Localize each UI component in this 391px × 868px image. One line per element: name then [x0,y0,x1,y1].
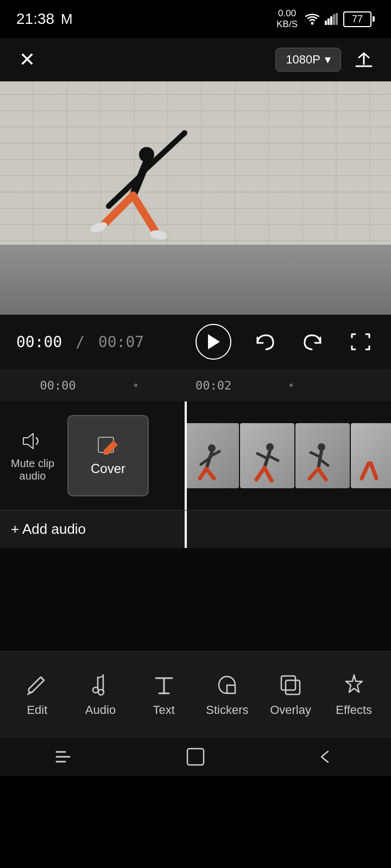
clips-strip: + [185,423,391,488]
nav-item-text[interactable]: Text [132,673,195,717]
battery-indicator: 77 [343,11,375,27]
time-display-group: 00:00 / 00:07 [16,333,144,351]
cover-label: Cover [91,461,125,476]
play-icon [206,333,221,350]
timeline-dot-2 [289,384,293,387]
svg-point-15 [98,690,104,695]
nav-item-overlay[interactable]: Overlay [259,673,323,717]
network-speed: 0.00 KB/S [276,8,298,30]
bottom-nav: Edit Audio Text Stickers Overlay [0,651,391,738]
svg-rect-21 [187,749,204,765]
cover-button[interactable]: Cover [67,415,149,496]
playhead-line [185,401,187,510]
nav-label-overlay: Overlay [270,703,311,717]
system-back-icon [316,747,336,767]
close-icon: ✕ [19,48,35,71]
timeline-marker-1: 00:00 [40,379,76,392]
battery-tip [373,16,375,22]
fullscreen-icon [350,332,371,352]
nav-label-stickers: Stickers [206,703,248,717]
time-separator: / [75,333,85,351]
audio-icon [88,673,113,698]
export-icon [352,48,376,72]
edit-icon [24,673,49,698]
clip-figure-1 [195,442,228,485]
redo-icon [302,332,324,352]
system-nav [0,738,391,776]
status-bar: 21:38 M 0.00 KB/S [0,0,391,38]
clip-thumbnail-4[interactable] [351,423,391,488]
play-button[interactable] [195,324,231,360]
stickers-icon [215,673,239,698]
svg-rect-3 [330,16,332,25]
nav-label-audio: Audio [85,703,116,717]
svg-point-14 [93,687,98,693]
top-toolbar: ✕ 1080P ▾ [0,38,391,81]
system-home-button[interactable] [179,746,212,768]
clip-figure-3 [306,442,339,485]
current-time: 00:00 [16,333,62,351]
video-preview [0,81,391,315]
fullscreen-button[interactable] [346,328,375,356]
mute-clip-audio-button[interactable]: Mute clip audio [11,429,54,482]
timeline-dot-1 [134,384,137,387]
total-time: 00:07 [98,333,144,351]
clip-figure-4 [359,442,386,485]
svg-marker-9 [208,334,220,349]
svg-rect-16 [281,676,295,690]
carrier-icon: M [61,11,73,28]
nav-label-text: Text [153,703,175,717]
timeline-spacer [0,548,391,651]
clip-thumbnail-3[interactable] [295,423,350,488]
signal-icon [325,13,338,25]
redo-button[interactable] [299,328,327,356]
system-home-icon [186,747,205,767]
nav-item-audio[interactable]: Audio [69,673,133,717]
add-audio-bar: + Add audio [0,510,391,548]
close-button[interactable]: ✕ [13,46,41,74]
dancer-figure [71,100,212,263]
timeline-area: 00:00 00:02 [0,369,391,401]
status-right: 0.00 KB/S 77 [276,8,375,30]
toolbar-right: 1080P ▾ [275,46,378,74]
battery-level: 77 [343,11,371,27]
clip-area: Mute clip audio Cover [0,401,391,510]
nav-item-effects[interactable]: Effects [322,673,386,717]
text-icon [152,673,176,698]
controls-bar: 00:00 / 00:07 [0,315,391,369]
clip-thumbnail-1[interactable] [185,423,239,488]
time-display: 21:38 [16,10,54,28]
add-audio-playhead [185,510,187,548]
wifi-icon [305,13,319,25]
cover-edit-icon [96,435,120,457]
nav-label-edit: Edit [27,703,47,717]
svg-rect-17 [286,680,300,694]
svg-rect-1 [325,21,327,25]
mute-label: Mute clip audio [11,457,54,482]
system-menu-button[interactable] [49,746,81,768]
svg-rect-5 [336,13,338,25]
add-audio-label: + Add audio [11,521,86,538]
nav-item-stickers[interactable]: Stickers [195,673,259,717]
system-menu-icon [54,749,76,765]
resolution-button[interactable]: 1080P ▾ [275,48,341,72]
left-panel: Mute clip audio Cover [0,401,185,510]
status-icons: 77 [305,11,375,27]
system-back-button[interactable] [310,746,342,768]
clip-thumbnail-2[interactable] [240,423,294,488]
nav-label-effects: Effects [336,703,372,717]
svg-point-0 [311,22,314,25]
video-background [0,81,391,315]
export-button[interactable] [350,46,378,74]
svg-rect-4 [333,14,335,25]
playback-controls [195,324,375,360]
undo-icon [254,332,276,352]
mute-icon [19,429,46,453]
effects-icon [342,673,367,698]
dropdown-arrow-icon: ▾ [325,53,331,67]
undo-button[interactable] [251,328,279,356]
clips-strip-wrapper: + [185,401,391,510]
add-audio-button[interactable]: + Add audio [11,521,86,538]
nav-item-edit[interactable]: Edit [5,673,69,717]
timeline-markers: 00:00 00:02 [11,379,380,392]
